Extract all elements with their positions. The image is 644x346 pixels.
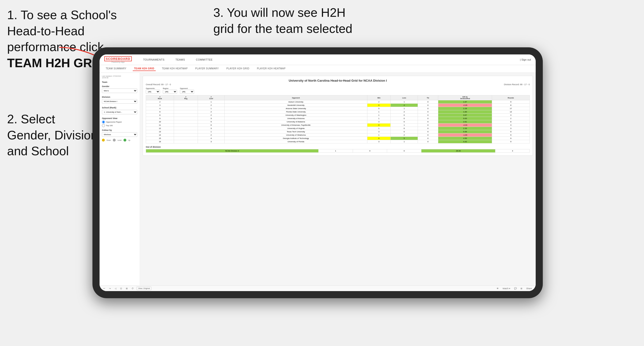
opponents-filter-select[interactable]: (All)	[146, 90, 160, 94]
cell-rank: 16	[146, 140, 174, 143]
radio-opponents-played[interactable]: Opponents Played	[102, 121, 137, 124]
table-row: NCAA Division II 1 0 0 26.00 3	[146, 149, 530, 153]
ood-loss: 0	[353, 149, 387, 153]
cell-reg	[174, 114, 198, 117]
logo-text: SCOREBOARD	[104, 56, 132, 61]
share-button[interactable]: Share	[525, 287, 533, 290]
school-select[interactable]: 1. University of Nort...	[102, 110, 137, 114]
table-row: 14 2 University of Oklahoma 1 2 0 -1.00 …	[146, 134, 530, 137]
subnav-team-h2h-grid[interactable]: TEAM H2H GRID	[133, 66, 156, 71]
gender-select[interactable]: Men's	[102, 89, 137, 93]
cell-reg	[174, 107, 198, 110]
table-row: 12 3 University of Virginia 1 0 0 2.33 3	[146, 127, 530, 130]
opponent-filter-select[interactable]: (All)	[180, 90, 194, 94]
h2h-table: #Rank #Reg #Conf Opponent Win Loss Tie D…	[146, 95, 530, 143]
cell-conf: 1	[198, 107, 224, 110]
table-row: 13 1 Texas Tech University 3 0 0 5.56 9	[146, 130, 530, 134]
cell-reg	[174, 127, 198, 130]
subnav-team-h2h-heatmap[interactable]: TEAM H2H HEATMAP	[160, 66, 189, 71]
col-reg: #Reg	[174, 95, 198, 100]
subnav-player-h2h-grid[interactable]: PLAYER H2H GRID	[225, 66, 251, 71]
colour-select[interactable]: Win/loss	[102, 132, 137, 137]
cell-rounds: 3	[492, 127, 530, 130]
cell-diff: 1.83	[438, 110, 492, 114]
cell-rounds: 8	[492, 120, 530, 124]
division-label: Division	[102, 96, 137, 98]
cell-conf: 3	[198, 117, 224, 120]
tablet-device: SCOREBOARD Powered by clippi TOURNAMENTS…	[92, 47, 543, 298]
eye-icon: 👁	[496, 287, 500, 290]
cell-name: University of Virginia	[224, 127, 367, 130]
cell-tie: 0	[418, 127, 438, 130]
cell-diff: 9.00	[438, 117, 492, 120]
cell-tie: 0	[418, 137, 438, 140]
watch-button[interactable]: Watch ▾	[502, 287, 511, 290]
nav-tournaments[interactable]: TOURNAMENTS	[141, 57, 166, 62]
cell-conf: 2	[198, 134, 224, 137]
sidebar: Last Updated: 27/03/2024 16:55:38 Team G…	[100, 73, 140, 285]
table-row: 6 2 Florida State University 1 2 0 1.83 …	[146, 110, 530, 114]
cell-loss: 0	[390, 117, 418, 120]
cell-diff: -4.33	[438, 124, 492, 127]
cell-win: 0	[367, 104, 390, 107]
cell-loss: 1	[390, 107, 418, 110]
cell-conf: 3	[198, 127, 224, 130]
instruction-step3: 3. You will now see H2H grid for the tea…	[213, 5, 356, 37]
col-loss: Loss	[390, 95, 418, 100]
table-row: 15 4 Georgia Institute of Technology 0 5…	[146, 137, 530, 140]
bottom-toolbar: ↩ ↪ ◁ ⊡ ⊞ ⏱ View: Original 👁 Watch ▾ 💬 ⊞…	[100, 285, 536, 291]
cell-win: 0	[367, 124, 390, 127]
col-win: Win	[367, 95, 390, 100]
nav-signin[interactable]: | Sign out	[520, 58, 531, 61]
crop-button[interactable]: ⊡	[119, 287, 123, 290]
cell-rank: 14	[146, 134, 174, 137]
colour-label: Colour by	[102, 129, 137, 131]
col-diff: Diff AvStrokes/Rnd	[438, 95, 492, 100]
grid-button[interactable]: ⊞	[520, 287, 523, 290]
cell-diff: 2.33	[438, 127, 492, 130]
subnav-team-summary[interactable]: TEAM SUMMARY	[104, 66, 128, 71]
logo-area: SCOREBOARD Powered by clippi	[104, 56, 132, 63]
subnav-player-h2h-heatmap[interactable]: PLAYER H2H HEATMAP	[256, 66, 287, 71]
nav-teams[interactable]: TEAMS	[174, 57, 187, 62]
cell-conf: 5	[198, 120, 224, 124]
table-row: 9 3 University of Arizona 1 0 0 9.00 2	[146, 117, 530, 120]
undo-button[interactable]: ↩	[102, 287, 106, 290]
cell-diff: 4.42	[438, 140, 492, 143]
out-of-division-label: Out of division	[146, 146, 530, 148]
subnav-player-summary[interactable]: PLAYER SUMMARY	[194, 66, 220, 71]
view-original-button[interactable]: View: Original	[136, 287, 152, 290]
cell-loss: 2	[390, 134, 418, 137]
cell-conf: 6	[198, 124, 224, 127]
cell-win: 1	[367, 110, 390, 114]
cell-rank: 6	[146, 110, 174, 114]
cell-diff: 5.56	[438, 130, 492, 134]
cell-tie: 0	[418, 104, 438, 107]
redo-button[interactable]: ↪	[108, 287, 112, 290]
cell-conf: 2	[198, 114, 224, 117]
cell-rounds: 3	[492, 124, 530, 127]
cell-name: Texas Tech University	[224, 130, 367, 134]
cell-name: Florida State University	[224, 110, 367, 114]
cell-tie: 0	[418, 107, 438, 110]
cell-diff: 2.29	[438, 107, 492, 110]
add-button[interactable]: ⊞	[125, 287, 129, 290]
comment-button[interactable]: 💬	[513, 287, 518, 290]
out-of-division-section: Out of division NCAA Division II 1 0 0 2…	[146, 146, 530, 153]
division-select[interactable]: NCAA Division I	[102, 99, 137, 104]
cell-name: Georgia Institute of Technology	[224, 137, 367, 140]
back-button[interactable]: ◁	[114, 287, 117, 290]
cell-rank: 15	[146, 137, 174, 140]
main-content: Last Updated: 27/03/2024 16:55:38 Team G…	[100, 73, 536, 285]
cell-rounds: 9	[492, 130, 530, 134]
cell-reg	[174, 130, 198, 134]
col-tie: Tie	[418, 95, 438, 100]
timer-button[interactable]: ⏱	[130, 287, 135, 290]
table-row: 3 2 Vanderbilt University 0 4 0 -2.29 8	[146, 104, 530, 107]
region-filter-select[interactable]: (All)	[163, 90, 177, 94]
cell-loss: 0	[390, 114, 418, 117]
nav-committee[interactable]: COMMITTEE	[194, 57, 215, 62]
cell-diff: -2.29	[438, 104, 492, 107]
radio-top-100[interactable]: Top 100	[102, 124, 137, 127]
panel-title: University of North Carolina Head-to-Hea…	[146, 79, 530, 82]
